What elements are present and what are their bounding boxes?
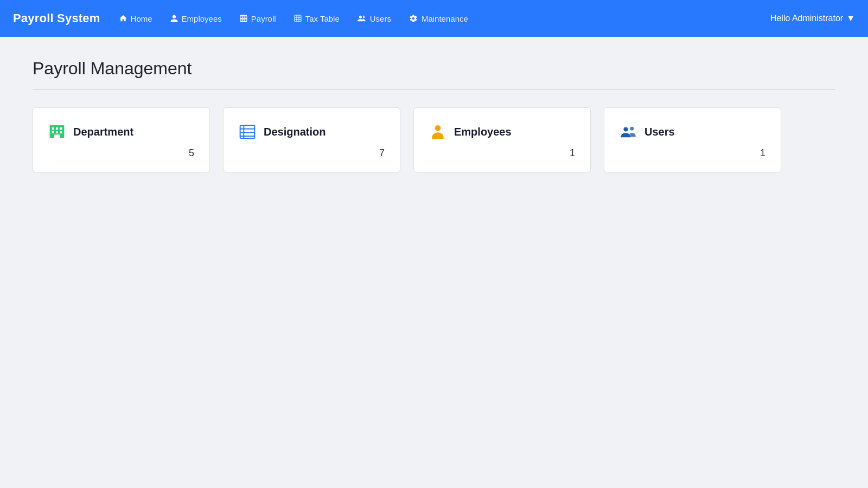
department-title: Department — [73, 126, 133, 138]
department-card[interactable]: Department 5 — [33, 107, 210, 172]
nav-payroll-label: Payroll — [251, 14, 276, 23]
card-header-employees: Employees — [429, 123, 575, 140]
svg-rect-15 — [54, 134, 60, 138]
svg-rect-14 — [60, 131, 62, 133]
nav-item-employees[interactable]: Employees — [162, 10, 229, 28]
main-content: Payroll Management Department 5 — [0, 37, 868, 194]
users-title: Users — [644, 126, 675, 138]
nav-item-payroll[interactable]: Payroll — [232, 10, 284, 28]
employee-icon — [429, 123, 446, 140]
users-group-icon — [620, 123, 637, 140]
users-card[interactable]: Users 1 — [604, 107, 781, 172]
employees-count: 1 — [429, 147, 575, 159]
nav-item-maintenance[interactable]: Maintenance — [401, 10, 476, 28]
nav-brand: Payroll System — [13, 11, 100, 25]
user-dropdown[interactable]: Hello Administrator ▼ — [770, 14, 855, 23]
home-icon — [119, 14, 127, 23]
svg-rect-3 — [295, 15, 301, 22]
designation-card[interactable]: Designation 7 — [223, 107, 400, 172]
cards-grid: Department 5 Designation 7 — [33, 107, 781, 172]
svg-point-23 — [630, 127, 634, 131]
employees-card[interactable]: Employees 1 — [413, 107, 591, 172]
list-icon — [239, 123, 256, 140]
person-icon — [170, 14, 178, 23]
building-icon — [48, 123, 66, 140]
nav-item-users[interactable]: Users — [349, 10, 399, 28]
users-count: 1 — [620, 147, 765, 159]
svg-rect-12 — [52, 131, 54, 133]
nav-home-label: Home — [131, 14, 152, 23]
nav-item-home[interactable]: Home — [111, 10, 160, 28]
svg-rect-13 — [56, 131, 58, 133]
nav-taxtable-label: Tax Table — [305, 14, 340, 23]
card-header-designation: Designation — [239, 123, 385, 140]
nav-left: Payroll System Home Employees Payroll Ta… — [13, 10, 476, 28]
user-greeting: Hello Administrator — [770, 14, 843, 23]
card-header-department: Department — [48, 123, 194, 140]
users-icon — [357, 14, 367, 23]
chevron-down-icon: ▼ — [846, 14, 855, 23]
maintenance-icon — [409, 14, 418, 23]
designation-title: Designation — [264, 126, 326, 138]
employees-title: Employees — [454, 126, 512, 138]
divider — [33, 89, 835, 90]
nav-users-label: Users — [370, 14, 391, 23]
svg-point-21 — [435, 125, 441, 131]
svg-rect-10 — [56, 127, 58, 130]
svg-point-22 — [623, 127, 628, 131]
page-title: Payroll Management — [33, 59, 835, 79]
designation-count: 7 — [239, 147, 385, 159]
navbar: Payroll System Home Employees Payroll Ta… — [0, 0, 868, 37]
nav-maintenance-label: Maintenance — [422, 14, 468, 23]
department-count: 5 — [48, 147, 194, 159]
card-header-users: Users — [620, 123, 765, 140]
nav-employees-label: Employees — [182, 14, 222, 23]
nav-right: Hello Administrator ▼ — [770, 14, 855, 23]
svg-rect-9 — [52, 127, 54, 130]
tax-table-icon — [293, 14, 302, 23]
svg-rect-11 — [60, 127, 62, 130]
table-icon — [239, 14, 248, 23]
nav-item-taxtable[interactable]: Tax Table — [286, 10, 347, 28]
